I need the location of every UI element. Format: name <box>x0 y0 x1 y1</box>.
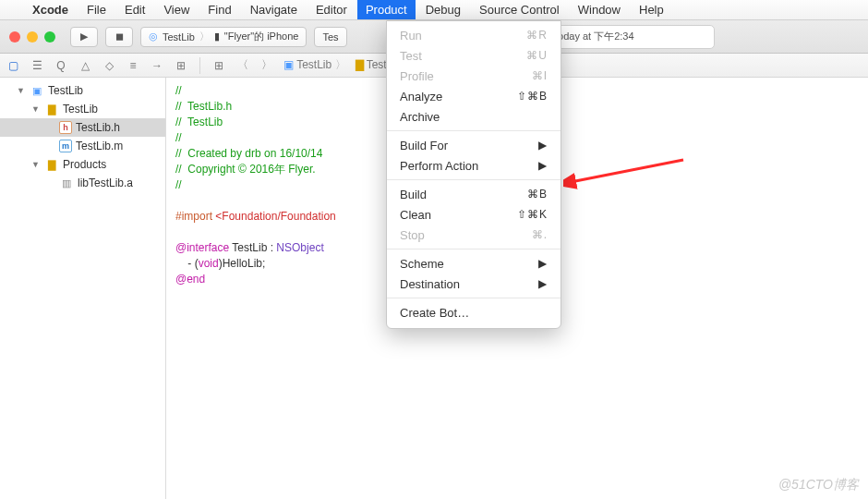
chevron-right-icon: 〉 <box>199 30 210 43</box>
project-icon: ▣ <box>283 58 294 71</box>
row-label: TestLib.h <box>76 121 120 134</box>
menu-item-perform-action[interactable]: Perform Action▶ <box>387 155 561 176</box>
code-line: // TestLib.h <box>175 100 232 113</box>
menu-item-build[interactable]: Build⌘B <box>387 184 561 204</box>
menu-file[interactable]: File <box>78 0 115 19</box>
submenu-arrow-icon: ▶ <box>538 277 548 290</box>
menu-item-clean[interactable]: Clean⇧⌘K <box>387 204 561 225</box>
symbol-navigator-icon[interactable]: ☰ <box>30 59 44 72</box>
code-line: // <box>175 131 182 144</box>
file-testlib-h[interactable]: h TestLib.h <box>0 118 165 137</box>
code-token: @interface <box>175 241 229 254</box>
menu-item-label: Destination <box>400 277 460 291</box>
menu-product[interactable]: Product <box>357 0 416 19</box>
row-label: libTestLib.a <box>78 176 133 189</box>
stop-button[interactable]: ◼ <box>105 27 133 47</box>
menu-item-label: Create Bot… <box>400 306 469 320</box>
debug-navigator-icon[interactable]: ≡ <box>126 59 140 72</box>
project-navigator-icon[interactable]: ▢ <box>6 59 20 72</box>
archive-icon: ▥ <box>59 176 74 189</box>
disclosure-icon[interactable]: ▼ <box>31 160 41 169</box>
zoom-icon[interactable] <box>44 31 55 43</box>
issue-navigator-icon[interactable]: △ <box>78 59 92 72</box>
menu-shortcut: ⌘R <box>526 29 548 42</box>
menu-view[interactable]: View <box>155 0 198 19</box>
file-testlib-m[interactable]: m TestLib.m <box>0 137 165 155</box>
menu-item-stop: Stop⌘. <box>387 225 561 245</box>
code-token: TestLib : <box>229 241 276 254</box>
scheme-icon: ◎ <box>149 30 158 43</box>
menu-item-analyze[interactable]: Analyze⇧⌘B <box>387 86 561 106</box>
menu-item-build-for[interactable]: Build For▶ <box>387 135 561 155</box>
code-token: - ( <box>175 257 199 270</box>
menu-window[interactable]: Window <box>570 0 629 19</box>
menu-editor[interactable]: Editor <box>307 0 356 19</box>
menu-separator <box>387 298 561 298</box>
folder-icon: ▇ <box>356 58 364 71</box>
find-navigator-icon[interactable]: Q <box>54 59 68 72</box>
menu-item-create-bot-[interactable]: Create Bot… <box>387 302 561 323</box>
forward-icon[interactable]: 〉 <box>259 57 274 73</box>
minimize-icon[interactable] <box>27 31 38 43</box>
menu-edit[interactable]: Edit <box>116 0 153 19</box>
menu-help[interactable]: Help <box>631 0 672 19</box>
code-line: // <box>175 84 182 97</box>
row-label: TestLib <box>48 84 83 97</box>
project-root[interactable]: ▼ ▣ TestLib <box>0 81 165 100</box>
back-icon[interactable]: 〈 <box>235 57 250 73</box>
divider <box>199 57 200 74</box>
run-button[interactable]: ▶ <box>70 27 98 47</box>
test-navigator-icon[interactable]: ◇ <box>102 59 116 72</box>
row-label: TestLib <box>63 103 98 116</box>
menu-shortcut: ⌘. <box>532 228 548 241</box>
menu-navigate[interactable]: Navigate <box>242 0 306 19</box>
jumpbar-crumb-project[interactable]: ▣ TestLib 〉 <box>283 57 346 73</box>
code-token: #import <box>175 210 215 223</box>
code-token: )HelloLib; <box>219 257 266 270</box>
row-label: Products <box>63 158 106 171</box>
menu-shortcut: ⌘U <box>526 49 548 62</box>
menu-shortcut: ⌘B <box>527 188 548 201</box>
menu-item-label: Archive <box>400 110 440 124</box>
app-menu[interactable]: Xcode <box>24 0 77 19</box>
menu-debug[interactable]: Debug <box>417 0 469 19</box>
code-token: <Foundation/Foundation <box>215 210 335 223</box>
code-line: // Copyright © 2016年 Flyer. <box>175 163 319 176</box>
group-products[interactable]: ▼ ▇ Products <box>0 155 165 174</box>
scheme-selector[interactable]: ◎ TestLib 〉 ▮ "Flyer"的 iPhone <box>140 27 307 47</box>
menu-item-run: Run⌘R <box>387 25 561 45</box>
folder-icon: ▇ <box>44 103 59 116</box>
menu-item-archive[interactable]: Archive <box>387 106 561 127</box>
menu-find[interactable]: Find <box>199 0 239 19</box>
menu-source-control[interactable]: Source Control <box>471 0 568 19</box>
menu-shortcut: ⇧⌘B <box>517 90 548 103</box>
code-token: void <box>199 257 219 270</box>
status-fragment: Tes <box>314 27 346 47</box>
editor-grid-icon[interactable]: ⊞ <box>211 59 226 72</box>
disclosure-icon[interactable]: ▼ <box>31 104 41 114</box>
menu-item-label: Perform Action <box>400 159 478 173</box>
code-line: // <box>175 178 182 191</box>
group-testlib[interactable]: ▼ ▇ TestLib <box>0 100 165 118</box>
header-file-icon: h <box>59 121 72 134</box>
code-line: // TestLib <box>175 116 223 128</box>
activity-status: Today at 下午2:34 <box>539 25 715 49</box>
product-menu-dropdown: Run⌘RTest⌘UProfile⌘IAnalyze⇧⌘BArchiveBui… <box>386 20 561 329</box>
breakpoint-navigator-icon[interactable]: → <box>150 59 164 72</box>
code-token: NSObject <box>276 241 323 254</box>
project-icon: ▣ <box>30 84 44 97</box>
menu-item-profile: Profile⌘I <box>387 66 561 86</box>
menu-separator <box>387 179 561 180</box>
submenu-arrow-icon: ▶ <box>538 139 548 152</box>
report-navigator-icon[interactable]: ⊞ <box>174 59 188 72</box>
disclosure-icon[interactable]: ▼ <box>17 86 26 95</box>
menu-item-destination[interactable]: Destination▶ <box>387 274 561 294</box>
menu-item-scheme[interactable]: Scheme▶ <box>387 253 561 274</box>
close-icon[interactable] <box>9 31 20 43</box>
menu-item-label: Clean <box>400 208 431 222</box>
svg-line-0 <box>571 160 683 182</box>
product-lib[interactable]: ▥ libTestLib.a <box>0 174 165 192</box>
watermark: @51CTO博客 <box>778 477 859 493</box>
scheme-target-label: TestLib <box>163 31 195 43</box>
submenu-arrow-icon: ▶ <box>538 257 548 270</box>
